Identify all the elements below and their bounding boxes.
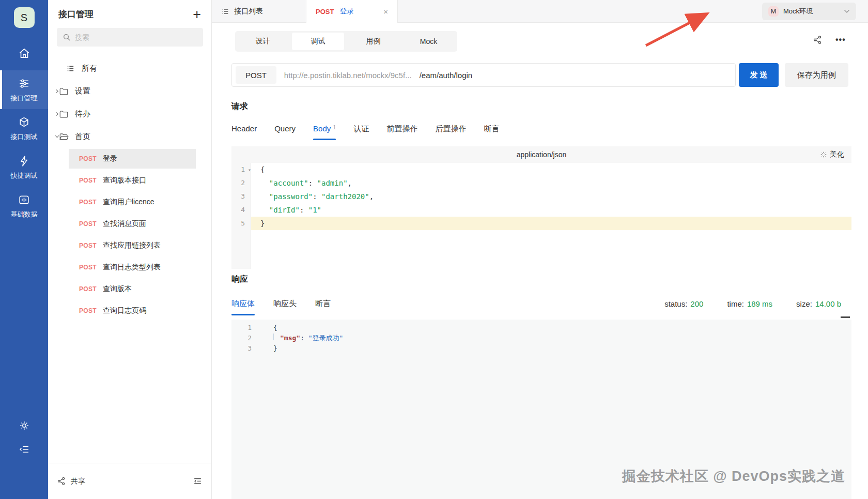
api-item[interactable]: POST 查找应用链接列表 (69, 235, 196, 256)
search-icon (63, 33, 71, 41)
tab-query[interactable]: Query (274, 124, 296, 140)
workspace-avatar[interactable]: S (14, 7, 35, 28)
tab-response-assert[interactable]: 断言 (315, 299, 331, 315)
fold-caret-icon[interactable]: ▾ (248, 163, 251, 177)
folder-icon (59, 110, 75, 118)
time-value: 189 ms (747, 299, 772, 308)
sidebar-item-label: 基础数据 (11, 210, 38, 219)
mode-design[interactable]: 设计 (235, 31, 290, 52)
api-item[interactable]: POST 查询版本接口 (69, 170, 196, 191)
mode-debug[interactable]: 调试 (292, 33, 344, 50)
tab-header[interactable]: Header (231, 124, 257, 140)
tab-response-headers[interactable]: 响应头 (273, 299, 297, 315)
code-token: "darth2020" (321, 192, 369, 201)
env-label: Mock环境 (783, 7, 813, 16)
sidebar-item-base-data[interactable]: 基础数据 (0, 187, 48, 225)
api-item[interactable]: POST 查询用户licence (69, 191, 196, 213)
header-icons: ••• (813, 35, 846, 44)
collapse-response-handle[interactable] (841, 316, 850, 318)
tree-item-homepage[interactable]: 首页 (48, 125, 211, 148)
response-section-title: 响应 (231, 274, 248, 285)
main-area: 接口列表 POST 登录 × M Mock环境 设计 调试 用例 Mock ••… (212, 0, 868, 499)
api-item-login[interactable]: POST 登录 (69, 149, 196, 169)
mode-case[interactable]: 用例 (346, 31, 401, 52)
code-token: "account" (269, 179, 308, 187)
api-item[interactable]: POST 查找消息页面 (69, 213, 196, 235)
save-as-case-button[interactable]: 保存为用例 (785, 63, 848, 87)
search-input[interactable] (75, 33, 197, 41)
tree-item-label: 设置 (75, 86, 90, 96)
request-body-editor[interactable]: 1▾{2 "account": "admin",3 "password": "d… (231, 163, 851, 269)
tab-api-login[interactable]: POST 登录 × (306, 0, 398, 23)
send-button[interactable]: 发 送 (739, 63, 779, 87)
api-item[interactable]: POST 查询日志页码 (69, 300, 196, 322)
sidebar-item-api-manage[interactable]: 接口管理 (0, 70, 48, 109)
sidebar-item-label: 接口测试 (11, 132, 38, 142)
api-tree-panel: 接口管理 + 所有 设置 (48, 0, 212, 499)
sidebar-item-api-test[interactable]: 接口测试 (0, 109, 48, 148)
panel-title: 接口管理 (58, 8, 94, 20)
beautify-label: 美化 (830, 150, 844, 159)
tab-response-body[interactable]: 响应体 (231, 299, 255, 315)
tab-api-list[interactable]: 接口列表 (212, 0, 306, 22)
url-base[interactable]: http://e.postin.tiklab.net/mockx/9c5f... (284, 71, 412, 80)
time-label: time: (727, 299, 744, 308)
method-select[interactable]: POST (236, 66, 276, 84)
close-icon[interactable]: × (383, 7, 388, 16)
api-item[interactable]: POST 查询版本 (69, 278, 196, 300)
tab-strip: 接口列表 POST 登录 × M Mock环境 (212, 0, 868, 23)
code-token: , (369, 192, 374, 201)
api-item-label: 查询用户licence (103, 198, 154, 207)
sidebar-item-home[interactable] (18, 47, 31, 60)
tab-post-op[interactable]: 后置操作 (435, 124, 466, 140)
more-options-icon[interactable]: ••• (835, 37, 846, 42)
code-line: 3 "password": "darth2020", (231, 190, 851, 203)
code-token: "dirId" (269, 206, 300, 214)
request-url-bar: POST http://e.postin.tiklab.net/mockx/9c… (231, 63, 736, 87)
response-tabs: 响应体 响应头 断言 (231, 299, 331, 315)
tree-item-label: 所有 (82, 64, 97, 73)
share-icon[interactable] (813, 35, 822, 44)
share-button[interactable]: 共享 (57, 477, 85, 486)
tree-item-settings[interactable]: 设置 (48, 80, 211, 102)
search-box[interactable] (57, 28, 203, 47)
status-metric: status:200 (664, 299, 703, 308)
code-token: , (348, 179, 352, 187)
code-line: 3} (231, 343, 851, 354)
size-label: size: (796, 299, 812, 308)
code-line: 1▾{ (231, 163, 851, 176)
tab-body[interactable]: Body1 (313, 124, 336, 140)
api-item-label: 查找消息页面 (103, 219, 146, 229)
api-item-label: 查找应用链接列表 (103, 241, 161, 250)
share-label: 共享 (71, 477, 85, 486)
sidebar-nav: 接口管理 接口测试 快捷调试 基础数据 (0, 70, 48, 225)
url-path[interactable]: /eam/auth/login (420, 71, 473, 80)
tree-item-label: 首页 (75, 132, 90, 142)
environment-select[interactable]: M Mock环境 (762, 3, 856, 20)
beautify-button[interactable]: 美化 (820, 146, 844, 163)
menu-fold-icon[interactable] (18, 443, 30, 456)
tree-item-label: 待办 (75, 109, 90, 119)
mode-mock[interactable]: Mock (401, 31, 456, 52)
collapse-panel-icon[interactable] (193, 476, 203, 486)
data-bars-icon (18, 193, 30, 206)
tree-item-all[interactable]: 所有 (48, 57, 211, 80)
add-icon[interactable]: + (193, 9, 201, 20)
api-item-label: 查询版本接口 (103, 176, 146, 185)
api-item-label: 查询版本 (103, 284, 132, 294)
sparkle-icon (820, 151, 827, 158)
tab-assert[interactable]: 断言 (484, 124, 499, 140)
method-badge: POST (79, 155, 103, 162)
code-token: : (300, 206, 308, 214)
size-metric: size:14.00 b (796, 299, 841, 308)
tab-auth[interactable]: 认证 (353, 124, 369, 140)
sidebar-item-label: 接口管理 (11, 94, 38, 103)
tab-pre-op[interactable]: 前置操作 (386, 124, 417, 140)
request-tabs: Header Query Body1 认证 前置操作 后置操作 断言 (231, 124, 499, 140)
lightning-icon (18, 155, 30, 168)
sidebar-item-quick-debug[interactable]: 快捷调试 (0, 148, 48, 187)
gear-icon[interactable] (18, 419, 30, 432)
code-token (260, 179, 269, 187)
tree-item-todo[interactable]: 待办 (48, 102, 211, 125)
api-item[interactable]: POST 查询日志类型列表 (69, 256, 196, 278)
